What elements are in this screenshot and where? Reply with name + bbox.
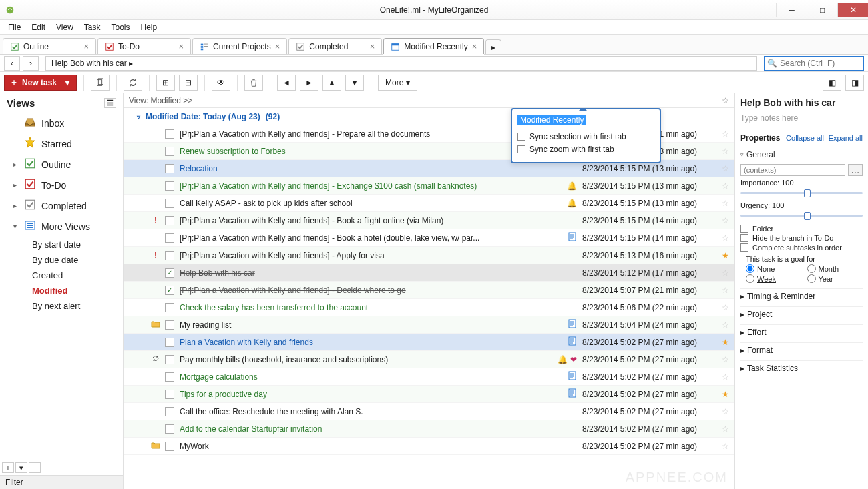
- star-column-icon[interactable]: ☆: [722, 96, 729, 105]
- urgency-slider[interactable]: [740, 211, 863, 220]
- star-toggle[interactable]: ☆: [718, 286, 732, 295]
- section-format[interactable]: ▸Format: [740, 342, 863, 358]
- task-checkbox[interactable]: [165, 390, 174, 399]
- goal-none[interactable]: None: [746, 264, 802, 273]
- task-title[interactable]: Mortgage calculations: [180, 372, 545, 382]
- task-title[interactable]: My reading list: [180, 320, 545, 330]
- star-toggle[interactable]: ☆: [718, 303, 732, 312]
- expand-button[interactable]: ⊞: [156, 75, 175, 91]
- task-title[interactable]: [Prj:Plan a Vacation with Kelly and frie…: [180, 233, 545, 243]
- subview-modified[interactable]: Modified: [0, 283, 123, 298]
- goal-year[interactable]: Year: [807, 274, 863, 283]
- section-general[interactable]: ▿General: [740, 148, 863, 161]
- task-title[interactable]: Plan a Vacation with Kelly and friends: [180, 338, 545, 347]
- move-down-button[interactable]: ▼: [345, 75, 364, 91]
- move-left-button[interactable]: ◄: [277, 75, 296, 91]
- star-toggle[interactable]: ☆: [718, 268, 732, 278]
- task-row[interactable]: Add to the calendar Startupfair invitati…: [124, 420, 734, 438]
- task-checkbox[interactable]: [165, 372, 174, 382]
- star-toggle[interactable]: ☆: [718, 216, 732, 225]
- subview-by-start-date[interactable]: By start date: [0, 237, 123, 252]
- tab-outline[interactable]: Outline×: [3, 38, 96, 54]
- close-tab-icon[interactable]: ×: [472, 41, 477, 51]
- section-effort[interactable]: ▸Effort: [740, 324, 863, 340]
- task-checkbox[interactable]: [165, 338, 174, 347]
- layout-button-1[interactable]: ◧: [823, 75, 841, 91]
- task-row[interactable]: ✓ [Prj:Plan a Vacation with Kelly and fr…: [124, 282, 734, 299]
- search-box[interactable]: 🔍: [764, 56, 864, 71]
- task-title[interactable]: Relocation: [180, 164, 545, 173]
- star-toggle[interactable]: ☆: [718, 355, 732, 364]
- task-row[interactable]: Call the office: Reschedule the meeting …: [124, 403, 734, 420]
- move-up-button[interactable]: ▲: [322, 75, 341, 91]
- star-toggle[interactable]: ★: [718, 338, 732, 347]
- task-checkbox[interactable]: ✓: [165, 286, 174, 295]
- star-toggle[interactable]: ☆: [718, 147, 732, 156]
- minimize-button[interactable]: ─: [776, 3, 807, 17]
- tab-current-projects[interactable]: Current Projects×: [192, 38, 287, 54]
- task-title[interactable]: Pay monthly bills (household, insurance …: [180, 355, 545, 364]
- star-toggle[interactable]: ☆: [718, 129, 732, 139]
- contexts-browse[interactable]: …: [848, 164, 863, 176]
- subview-by-next-alert[interactable]: By next alert: [0, 298, 123, 314]
- task-checkbox[interactable]: ✓: [165, 268, 174, 278]
- folder-checkbox[interactable]: Folder: [740, 224, 863, 233]
- new-tab-button[interactable]: ▸: [485, 39, 501, 54]
- task-checkbox[interactable]: [165, 216, 174, 225]
- layout-button-2[interactable]: ◨: [845, 75, 864, 91]
- new-task-button[interactable]: ＋ New task ▾: [4, 75, 77, 91]
- section-stats[interactable]: ▸Task Statistics: [740, 360, 863, 376]
- forward-button[interactable]: ›: [23, 56, 39, 71]
- task-title[interactable]: [Prj:Plan a Vacation with Kelly and frie…: [180, 181, 545, 191]
- section-timing[interactable]: ▸Timing & Reminder: [740, 288, 863, 304]
- back-button[interactable]: ‹: [4, 56, 20, 71]
- task-title[interactable]: Check the salary has been transferred to…: [180, 303, 545, 312]
- notes-field[interactable]: Type notes here: [740, 111, 863, 128]
- task-checkbox[interactable]: [165, 303, 174, 312]
- delete-button[interactable]: [244, 75, 263, 91]
- task-row[interactable]: [Prj:Plan a Vacation with Kelly and frie…: [124, 177, 734, 195]
- hide-branch-checkbox[interactable]: Hide the branch in To-Do: [740, 233, 863, 243]
- show-button[interactable]: 👁: [212, 75, 230, 91]
- task-checkbox[interactable]: [165, 407, 174, 416]
- task-checkbox[interactable]: [165, 181, 174, 191]
- sync-selection-option[interactable]: Sync selection with first tab: [517, 131, 654, 142]
- task-row[interactable]: Mortgage calculations 8/23/2014 5:02 PM …: [124, 368, 734, 386]
- contexts-input[interactable]: [740, 164, 845, 176]
- goal-month[interactable]: Month: [807, 264, 863, 273]
- task-checkbox[interactable]: [165, 442, 174, 451]
- remove-view-button[interactable]: −: [29, 462, 41, 473]
- goal-week[interactable]: Week: [746, 274, 802, 283]
- task-title[interactable]: [Prj:Plan a Vacation with Kelly and frie…: [180, 216, 545, 225]
- star-toggle[interactable]: ☆: [718, 320, 732, 330]
- task-checkbox[interactable]: [165, 320, 174, 330]
- task-row[interactable]: Pay monthly bills (household, insurance …: [124, 351, 734, 368]
- tab-modified-recently[interactable]: Modified Recently×: [383, 38, 484, 54]
- task-checkbox[interactable]: [165, 424, 174, 434]
- complete-order-checkbox[interactable]: Complete subtasks in order: [740, 243, 863, 252]
- task-title[interactable]: Add to the calendar Startupfair invitati…: [180, 424, 545, 434]
- views-menu-icon[interactable]: ☰: [104, 98, 116, 108]
- new-task-dropdown[interactable]: ▾: [61, 75, 73, 90]
- close-tab-icon[interactable]: ×: [275, 41, 280, 51]
- view-options-button[interactable]: ▾: [15, 462, 27, 473]
- task-checkbox[interactable]: [165, 251, 174, 260]
- star-toggle[interactable]: ☆: [718, 372, 732, 382]
- star-toggle[interactable]: ☆: [718, 233, 732, 243]
- task-row[interactable]: Call Kelly ASAP - ask to pick up kids af…: [124, 195, 734, 212]
- tab-to-do[interactable]: To-Do×: [97, 38, 191, 54]
- task-checkbox[interactable]: [165, 199, 174, 208]
- task-checkbox[interactable]: [165, 147, 174, 156]
- section-project[interactable]: ▸Project: [740, 306, 863, 322]
- menu-view[interactable]: View: [51, 21, 79, 33]
- task-row[interactable]: MyWork 8/23/2014 5:02 PM (27 min ago) ☆: [124, 438, 734, 455]
- task-title[interactable]: Tips for a productive day: [180, 390, 545, 399]
- task-row[interactable]: [Prj:Plan a Vacation with Kelly and frie…: [124, 229, 734, 247]
- menu-tools[interactable]: Tools: [106, 21, 136, 33]
- collapse-all-link[interactable]: Collapse all: [786, 134, 824, 142]
- view-starred[interactable]: ▸Starred: [0, 133, 123, 154]
- task-checkbox[interactable]: [165, 164, 174, 173]
- task-title[interactable]: [Prj:Plan a Vacation with Kelly and frie…: [180, 129, 545, 139]
- view-inbox[interactable]: ▸Inbox: [0, 113, 123, 133]
- star-toggle[interactable]: ☆: [718, 164, 732, 173]
